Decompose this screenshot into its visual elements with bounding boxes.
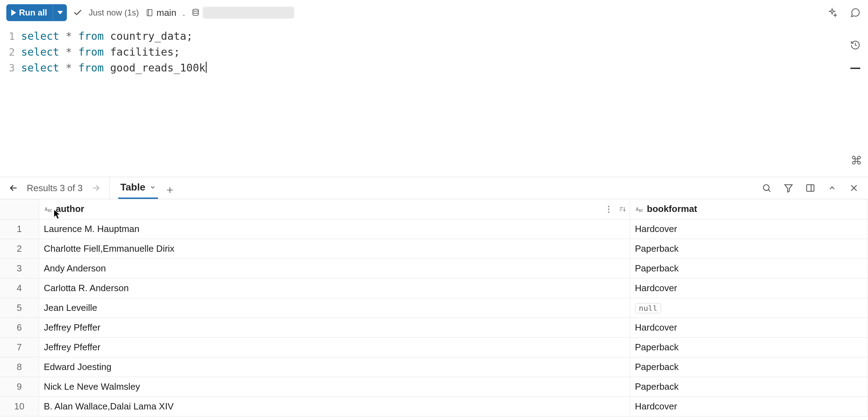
panel-toggle-icon[interactable]	[805, 182, 816, 194]
column-sort-icon[interactable]	[619, 205, 626, 213]
row-number: 2	[0, 239, 39, 258]
editor-toolbar: Run all Just now (1s) main .	[0, 0, 868, 25]
column-header-author[interactable]: ABC author ⋮	[39, 199, 630, 219]
keyboard-shortcut-icon[interactable]	[851, 155, 862, 165]
svg-line-6	[768, 190, 771, 192]
filter-icon[interactable]	[783, 182, 794, 194]
table-row[interactable]: 9Nick Le Neve WalmsleyPaperback	[0, 377, 868, 396]
run-all-label: Run all	[19, 8, 47, 18]
row-number: 4	[0, 278, 39, 298]
svg-text:A: A	[636, 206, 639, 212]
svg-rect-0	[147, 10, 152, 16]
code-content: select * from facilities;	[21, 44, 180, 60]
cell-bookformat[interactable]: Paperback	[630, 337, 868, 357]
column-menu-icon[interactable]: ⋮	[604, 204, 613, 214]
cell-bookformat[interactable]: Paperback	[630, 258, 868, 278]
cell-author[interactable]: Jeffrey Pfeffer	[39, 318, 630, 337]
results-header: Results 3 of 3 Table +	[0, 177, 868, 199]
add-tab-button[interactable]: +	[166, 183, 173, 199]
results-actions	[761, 182, 868, 194]
catalog-name: main	[157, 7, 176, 18]
code-line[interactable]: 1select * from country_data;	[0, 28, 868, 44]
string-type-icon: ABC	[44, 205, 52, 213]
text-cursor	[206, 62, 207, 73]
run-all-split-button: Run all	[6, 4, 67, 21]
cell-bookformat[interactable]: Paperback	[630, 357, 868, 377]
tab-table[interactable]: Table	[118, 177, 158, 199]
row-number: 1	[0, 219, 39, 239]
row-number: 3	[0, 258, 39, 278]
row-number-header	[0, 199, 39, 219]
run-all-dropdown[interactable]	[53, 4, 67, 21]
collapse-icon[interactable]	[826, 182, 838, 194]
code-line[interactable]: 3select * from good_reads_100k	[0, 60, 868, 76]
cell-author[interactable]: Carlotta R. Anderson	[39, 278, 630, 298]
svg-point-5	[764, 185, 769, 190]
cell-author[interactable]: Charlotte Fiell,Emmanuelle Dirix	[39, 239, 630, 258]
table-row[interactable]: 2Charlotte Fiell,Emmanuelle DirixPaperba…	[0, 239, 868, 258]
svg-rect-8	[807, 185, 814, 192]
row-number: 7	[0, 337, 39, 357]
row-number: 8	[0, 357, 39, 377]
catalog-separator: .	[183, 7, 185, 18]
schema-selector[interactable]	[191, 7, 294, 19]
cell-author[interactable]: Andy Anderson	[39, 258, 630, 278]
cell-author[interactable]: B. Alan Wallace,Dalai Lama XIV	[39, 396, 630, 416]
cell-bookformat[interactable]: Paperback	[630, 239, 868, 258]
results-counter: Results 3 of 3	[27, 183, 83, 194]
chevron-down-icon	[150, 184, 156, 190]
cell-bookformat[interactable]: Paperback	[630, 377, 868, 396]
cell-author[interactable]: Laurence M. Hauptman	[39, 219, 630, 239]
results-next-button[interactable]	[91, 183, 101, 193]
comment-icon[interactable]	[849, 6, 862, 19]
row-number: 9	[0, 377, 39, 396]
cell-author[interactable]: Edward Joesting	[39, 357, 630, 377]
run-status-text: Just now (1s)	[89, 8, 139, 18]
run-all-button[interactable]: Run all	[6, 4, 53, 21]
string-type-icon: ABC	[635, 205, 644, 213]
column-name: bookformat	[647, 203, 697, 214]
cell-bookformat[interactable]: Hardcover	[630, 219, 868, 239]
table-row[interactable]: 8Edward JoestingPaperback	[0, 357, 868, 377]
line-number: 2	[0, 45, 21, 60]
table-row[interactable]: 4Carlotta R. AndersonHardcover	[0, 278, 868, 298]
cell-bookformat[interactable]: Hardcover	[630, 396, 868, 416]
null-badge: null	[635, 303, 661, 313]
svg-marker-7	[785, 185, 792, 192]
cell-bookformat[interactable]: Hardcover	[630, 318, 868, 337]
table-row[interactable]: 3Andy AndersonPaperback	[0, 258, 868, 278]
code-content: select * from country_data;	[21, 28, 193, 44]
cell-author[interactable]: Jeffrey Pfeffer	[39, 337, 630, 357]
row-number: 5	[0, 298, 39, 318]
svg-point-2	[193, 9, 198, 11]
chevron-down-icon	[57, 11, 63, 14]
cell-author[interactable]: Jean Leveille	[39, 298, 630, 318]
catalog-selector[interactable]: main	[145, 7, 176, 18]
results-nav: Results 3 of 3	[0, 177, 110, 199]
sparkle-icon[interactable]	[826, 6, 838, 19]
row-number: 6	[0, 318, 39, 337]
schema-name-redacted	[203, 7, 294, 19]
results-prev-button[interactable]	[8, 183, 18, 193]
table-row[interactable]: 10B. Alan Wallace,Dalai Lama XIVHardcove…	[0, 396, 868, 416]
table-row[interactable]: 6Jeffrey PfefferHardcover	[0, 318, 868, 337]
search-icon[interactable]	[761, 182, 772, 194]
cell-bookformat[interactable]: Hardcover	[630, 278, 868, 298]
svg-text:C: C	[641, 209, 643, 213]
results-tabs: Table +	[110, 177, 182, 199]
table-row[interactable]: 5Jean Leveillenull	[0, 298, 868, 318]
column-header-bookformat[interactable]: ABC bookformat	[630, 199, 868, 219]
play-icon	[11, 10, 16, 16]
catalog-icon	[145, 8, 154, 18]
sql-editor[interactable]: 1select * from country_data;2select * fr…	[0, 25, 868, 177]
table-row[interactable]: 7Jeffrey PfefferPaperback	[0, 337, 868, 357]
code-line[interactable]: 2select * from facilities;	[0, 44, 868, 60]
results-table[interactable]: ABC author ⋮ ABC bookformat	[0, 199, 868, 420]
svg-text:A: A	[45, 206, 48, 212]
table-row[interactable]: 1Laurence M. HauptmanHardcover	[0, 219, 868, 239]
cell-bookformat[interactable]: null	[630, 298, 868, 318]
close-icon[interactable]	[848, 182, 860, 194]
status-check-icon	[73, 8, 82, 17]
line-number: 1	[0, 29, 21, 44]
cell-author[interactable]: Nick Le Neve Walmsley	[39, 377, 630, 396]
